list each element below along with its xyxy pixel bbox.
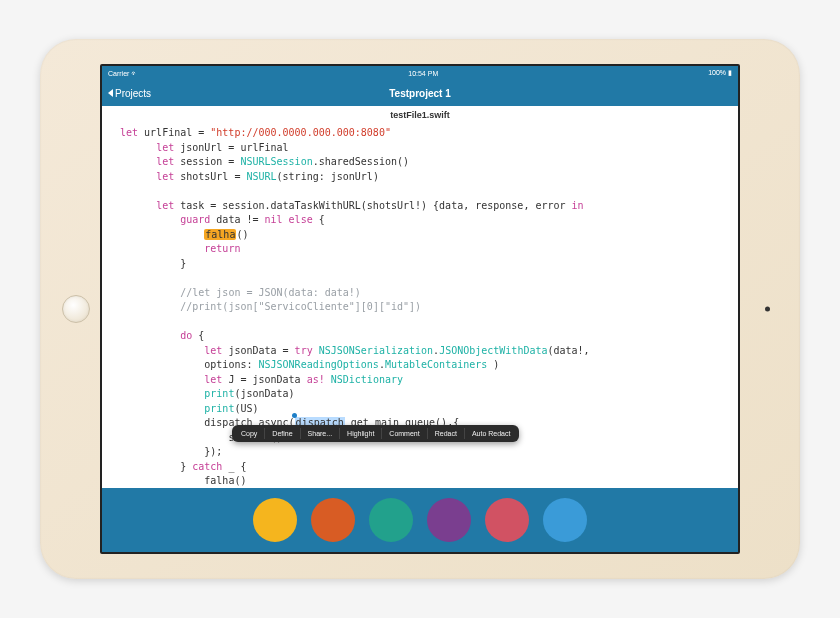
chevron-left-icon	[108, 89, 113, 97]
back-label: Projects	[115, 88, 151, 99]
nav-bar: Projects Testproject 1	[102, 80, 738, 106]
menu-share[interactable]: Share...	[301, 428, 341, 439]
menu-comment[interactable]: Comment	[382, 428, 427, 439]
front-camera	[765, 307, 770, 312]
status-battery: 100% ▮	[708, 69, 732, 77]
context-menu: Copy Define Share... Highlight Comment R…	[232, 425, 519, 442]
swatch-yellow[interactable]	[253, 498, 297, 542]
menu-autoredact[interactable]: Auto Redact	[465, 428, 518, 439]
code-editor[interactable]: let urlFinal = "http://000.0000.000.000:…	[102, 122, 738, 552]
nav-title: Testproject 1	[389, 88, 451, 99]
ipad-frame: Carrier ᯤ 10:54 PM 100% ▮ Projects Testp…	[40, 39, 800, 579]
menu-define[interactable]: Define	[265, 428, 300, 439]
screen: Carrier ᯤ 10:54 PM 100% ▮ Projects Testp…	[100, 64, 740, 554]
swatch-blue[interactable]	[543, 498, 587, 542]
menu-copy[interactable]: Copy	[234, 428, 265, 439]
home-button[interactable]	[62, 295, 90, 323]
color-picker-bar	[102, 488, 738, 552]
status-left: Carrier ᯤ	[108, 70, 138, 77]
status-time: 10:54 PM	[408, 70, 438, 77]
swatch-orange[interactable]	[311, 498, 355, 542]
status-bar: Carrier ᯤ 10:54 PM 100% ▮	[102, 66, 738, 80]
swatch-teal[interactable]	[369, 498, 413, 542]
menu-highlight[interactable]: Highlight	[340, 428, 382, 439]
highlighted-falha[interactable]: falha	[204, 229, 236, 240]
code-content[interactable]: let urlFinal = "http://000.0000.000.000:…	[102, 122, 738, 522]
back-button[interactable]: Projects	[102, 88, 151, 99]
menu-redact[interactable]: Redact	[428, 428, 465, 439]
swatch-purple[interactable]	[427, 498, 471, 542]
file-tab[interactable]: testFile1.swift	[102, 106, 738, 122]
swatch-red[interactable]	[485, 498, 529, 542]
